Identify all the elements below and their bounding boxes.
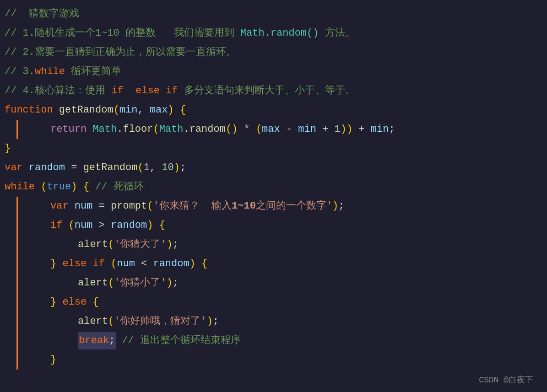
comment-1: // 1.随机生成一个1~10 的整数 我们需要用到 (5, 25, 240, 42)
num-1b: 1 (144, 159, 150, 177)
code-line-13: alert('你猜大了'); (0, 235, 547, 254)
paren8: ( (41, 178, 47, 196)
brace-close-1: } (5, 140, 11, 157)
space1 (53, 102, 59, 119)
random-var: random (111, 217, 147, 234)
space7 (89, 178, 95, 196)
code-line-15: alert('你猜小了'); (0, 274, 547, 293)
func-prompt: prompt (111, 198, 147, 215)
code-editor: // 猜数字游戏 // 1.随机生成一个1~10 的整数 我们需要用到 Math… (0, 0, 547, 392)
kw-var2: var (50, 198, 69, 215)
comma2: , (150, 159, 162, 177)
brace-outer-close: } (5, 390, 11, 392)
dot2: . (183, 121, 189, 138)
code-line-8: } (0, 139, 547, 158)
paren19: ) (167, 274, 173, 292)
comment-game: // 猜数字游戏 (5, 5, 79, 23)
comment-1-math: Math.random() (240, 25, 319, 42)
code-line-14: } else if (num < random) { (0, 254, 547, 274)
paren11: ) (332, 198, 338, 215)
code-line-20 (0, 370, 547, 389)
op6: = (92, 198, 111, 215)
semi2: ; (180, 159, 186, 177)
paren20: ( (108, 313, 114, 330)
code-line-16: } else { (0, 293, 547, 312)
num-10: 10 (162, 159, 173, 177)
str-big: '你猜大了' (114, 236, 166, 253)
space12 (105, 255, 111, 273)
space3 (87, 121, 92, 138)
code-line-10: while (true) { // 死循环 (0, 177, 547, 197)
space6 (77, 178, 83, 196)
comment-4-rest: 多分支语句来判断大于、小于、等于。 (178, 82, 355, 100)
str-correct: '你好帅哦，猜对了' (114, 313, 206, 330)
code-line-19: } (0, 350, 547, 370)
comma1: , (137, 102, 149, 119)
comment-1-end: 方法。 (319, 25, 355, 42)
paren16: ( (111, 255, 117, 273)
random-func: random (190, 121, 226, 138)
space13 (195, 255, 201, 273)
str-prompt: '你来猜？ 输入 (153, 198, 232, 215)
code-line-4: // 3.while 循环更简单 (0, 62, 547, 81)
param-max: max (150, 102, 168, 119)
op3: + (316, 121, 335, 138)
code-line-5: // 4.核心算法：使用 if else if 多分支语句来判断大于、小于、等于… (0, 81, 547, 101)
kw-while: while (5, 178, 35, 196)
code-line-2: // 1.随机生成一个1~10 的整数 我们需要用到 Math.random()… (0, 24, 547, 43)
num-var2: num (117, 255, 135, 273)
brace-close3: } (50, 294, 56, 311)
math-random: Math (159, 121, 184, 138)
code-line-11: var num = prompt('你来猜？ 输入1~10之间的一个数字'); (0, 197, 547, 216)
code-line-12: if (num > random) { (0, 216, 547, 235)
paren10: ( (147, 198, 153, 215)
comment-3-end: 循环更简单 (65, 63, 121, 81)
paren7: ) (174, 159, 180, 177)
str-prompt2: 之间的一个数字' (256, 198, 332, 215)
comment-3-while: while (35, 63, 65, 81)
code-line-17: alert('你好帅哦，猜对了'); (0, 312, 547, 331)
bool-true: true (47, 178, 71, 196)
brace-open5: { (92, 294, 98, 311)
watermark: CSDN @白夜下 (479, 374, 533, 385)
code-line-18: break; // 退出整个循环结束程序 (0, 331, 547, 350)
paren-close: ) (168, 102, 173, 119)
paren3: () (226, 121, 238, 138)
brace-open3: { (159, 217, 165, 234)
paren21: ) (207, 313, 213, 330)
code-line-3: // 2.需要一直猜到正确为止，所以需要一直循环。 (0, 43, 547, 62)
brace-close2: } (50, 255, 56, 273)
comment-4-sp1 (124, 82, 135, 100)
semi6: ; (213, 313, 219, 330)
semi1: ; (389, 121, 395, 138)
kw-if: if (50, 217, 62, 234)
op7: > (92, 217, 111, 234)
semi4: ; (173, 236, 179, 253)
num-1: 1 (335, 121, 341, 138)
func-alert3: alert (78, 313, 108, 330)
math-floor: Math (92, 121, 117, 138)
var-num: num (75, 198, 93, 215)
space11 (56, 255, 62, 273)
op8: < (135, 255, 153, 273)
random-var2: random (153, 255, 189, 273)
paren17: ) (190, 255, 195, 273)
op2: - (280, 121, 298, 138)
comment-4: // 4.核心算法：使用 (5, 82, 111, 100)
space10 (153, 217, 159, 234)
kw-return: return (50, 121, 87, 138)
comment-break: // 退出整个循环结束程序 (122, 332, 241, 349)
func-name: getRandom (59, 102, 114, 119)
kw-else-if: else if (62, 255, 104, 273)
semi3: ; (338, 198, 344, 215)
space16 (116, 332, 122, 349)
paren13: ) (147, 217, 153, 234)
var-random: random (29, 159, 65, 177)
min-param2: min (371, 121, 389, 138)
getrand-call: getRandom (83, 159, 138, 177)
op1: * (238, 121, 256, 138)
paren9: ) (71, 178, 77, 196)
code-line-1: // 猜数字游戏 (0, 5, 547, 24)
kw-else: else (62, 294, 87, 311)
brace-open: { (180, 102, 186, 119)
